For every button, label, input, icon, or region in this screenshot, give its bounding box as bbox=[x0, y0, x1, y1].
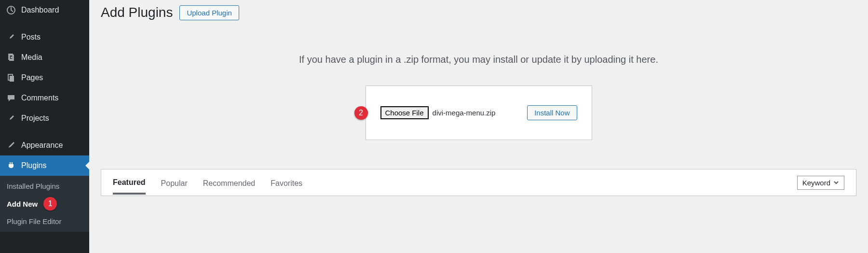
sidebar-item-media[interactable]: Media bbox=[0, 47, 89, 68]
sidebar-item-appearance[interactable]: Appearance bbox=[0, 135, 89, 155]
sidebar-item-label: Posts bbox=[21, 33, 41, 42]
pin-icon bbox=[6, 113, 16, 124]
sidebar-item-label: Comments bbox=[21, 94, 58, 102]
selected-file-name: divi-mega-menu.zip bbox=[433, 109, 496, 117]
submenu-installed-plugins[interactable]: Installed Plugins bbox=[0, 179, 89, 194]
install-now-button[interactable]: Install Now bbox=[527, 105, 577, 120]
plug-icon bbox=[6, 160, 16, 171]
sidebar-item-projects[interactable]: Projects bbox=[0, 108, 89, 128]
media-icon bbox=[6, 52, 16, 63]
file-input-group: Choose File divi-mega-menu.zip bbox=[380, 106, 496, 119]
pin-icon bbox=[6, 32, 16, 42]
page-title: Add Plugins bbox=[101, 5, 173, 20]
submenu-plugin-file-editor[interactable]: Plugin File Editor bbox=[0, 214, 89, 229]
sidebar-item-label: Projects bbox=[21, 114, 49, 123]
filter-tab-recommended[interactable]: Recommended bbox=[203, 171, 256, 194]
chevron-down-icon bbox=[833, 179, 839, 187]
main-content: Add Plugins Upload Plugin If you have a … bbox=[89, 0, 868, 253]
submenu-item-label: Plugin File Editor bbox=[7, 217, 61, 225]
plugin-filter-bar: Featured Popular Recommended Favorites K… bbox=[101, 169, 856, 196]
svg-rect-3 bbox=[10, 76, 14, 82]
sidebar-item-pages[interactable]: Pages bbox=[0, 68, 89, 88]
brush-icon bbox=[6, 140, 16, 151]
plugins-submenu: Installed Plugins Add New 1 Plugin File … bbox=[0, 176, 89, 232]
submenu-item-label: Installed Plugins bbox=[7, 182, 59, 190]
sidebar-item-plugins[interactable]: Plugins bbox=[0, 155, 89, 176]
sidebar-item-label: Dashboard bbox=[21, 6, 59, 14]
admin-sidebar: Dashboard Posts Media Pages Comments Pro… bbox=[0, 0, 89, 253]
search-type-select[interactable]: Keyword bbox=[797, 176, 844, 190]
svg-point-1 bbox=[11, 56, 13, 58]
filter-tabs: Featured Popular Recommended Favorites bbox=[113, 169, 302, 196]
sidebar-item-label: Media bbox=[21, 53, 42, 62]
filter-tab-featured[interactable]: Featured bbox=[113, 170, 146, 195]
sidebar-item-posts[interactable]: Posts bbox=[0, 27, 89, 47]
filter-tab-favorites[interactable]: Favorites bbox=[271, 171, 302, 194]
choose-file-button[interactable]: Choose File bbox=[380, 106, 429, 119]
page-header: Add Plugins Upload Plugin bbox=[101, 5, 856, 20]
upload-plugin-button[interactable]: Upload Plugin bbox=[179, 5, 239, 20]
submenu-item-label: Add New bbox=[7, 200, 38, 208]
page-icon bbox=[6, 72, 16, 83]
search-type-label: Keyword bbox=[802, 179, 830, 187]
sidebar-item-comments[interactable]: Comments bbox=[0, 88, 89, 108]
upload-box: 2 Choose File divi-mega-menu.zip Install… bbox=[366, 85, 592, 140]
comment-icon bbox=[6, 93, 16, 103]
sidebar-item-label: Appearance bbox=[21, 141, 63, 150]
sidebar-item-label: Pages bbox=[21, 73, 43, 82]
upload-instruction: If you have a plugin in a .zip format, y… bbox=[101, 54, 856, 65]
annotation-badge-2: 2 bbox=[354, 106, 368, 120]
filter-tab-popular[interactable]: Popular bbox=[161, 171, 188, 194]
annotation-badge-1: 1 bbox=[43, 197, 57, 211]
submenu-add-new[interactable]: Add New 1 bbox=[0, 194, 89, 214]
sidebar-item-label: Plugins bbox=[21, 161, 46, 170]
dashboard-icon bbox=[6, 5, 16, 15]
sidebar-item-dashboard[interactable]: Dashboard bbox=[0, 0, 89, 20]
